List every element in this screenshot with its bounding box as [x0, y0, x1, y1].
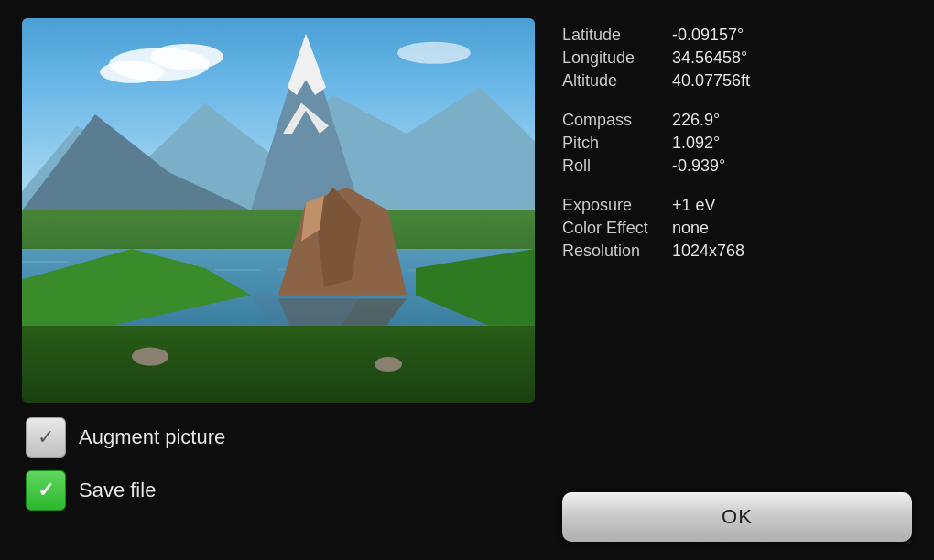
savefile-checkbox-box[interactable]: ✓: [26, 470, 66, 511]
metadata-row-color-effect: Color Effectnone: [562, 219, 912, 238]
augment-checkbox-box[interactable]: ✓: [26, 417, 66, 458]
ok-button[interactable]: OK: [562, 492, 912, 542]
savefile-checkbox-label: Save file: [79, 479, 156, 502]
metadata-row-altitude: Altitude40.07756ft: [562, 71, 912, 91]
metadata-label: Roll: [562, 156, 663, 176]
photo-frame: [22, 18, 535, 403]
metadata-value: 1024x768: [663, 242, 912, 261]
metadata-label: Color Effect: [562, 219, 663, 238]
metadata-value: 34.56458°: [663, 48, 912, 68]
right-panel: Latitude-0.09157°Longitude34.56458°Altit…: [562, 18, 912, 542]
metadata-group-orientation: Compass226.9°Pitch1.092°Roll-0.939°: [562, 111, 912, 179]
savefile-checkbox-item[interactable]: ✓ Save file: [26, 470, 535, 511]
checkboxes-row: ✓ Augment picture ✓ Save file: [22, 417, 535, 511]
metadata-value: 40.07756ft: [663, 71, 912, 91]
metadata-value: 226.9°: [663, 111, 912, 130]
metadata-group-camera: Exposure+1 eVColor EffectnoneResolution1…: [562, 196, 912, 264]
metadata-row-longitude: Longitude34.56458°: [562, 48, 912, 68]
metadata-label: Altitude: [562, 71, 663, 91]
metadata-row-resolution: Resolution1024x768: [562, 242, 912, 261]
metadata-label: Longitude: [562, 48, 663, 68]
metadata-value: none: [663, 219, 912, 238]
metadata-row-compass: Compass226.9°: [562, 111, 912, 130]
metadata-value: 1.092°: [663, 134, 912, 153]
photo-canvas: [22, 18, 535, 403]
augment-checkbox-label: Augment picture: [79, 425, 225, 449]
augment-checkmark-icon: ✓: [38, 427, 54, 447]
metadata-label: Resolution: [562, 242, 663, 261]
metadata-section: Latitude-0.09157°Longitude34.56458°Altit…: [562, 26, 912, 281]
augment-checkbox-item[interactable]: ✓ Augment picture: [26, 417, 535, 458]
metadata-label: Pitch: [562, 134, 663, 153]
main-container: ✓ Augment picture ✓ Save file Latitude-0…: [0, 0, 934, 560]
metadata-row-exposure: Exposure+1 eV: [562, 196, 912, 215]
metadata-row-latitude: Latitude-0.09157°: [562, 26, 912, 45]
metadata-row-roll: Roll-0.939°: [562, 156, 912, 176]
metadata-label: Exposure: [562, 196, 663, 215]
metadata-label: Compass: [562, 111, 663, 130]
metadata-label: Latitude: [562, 26, 663, 45]
metadata-group-gps: Latitude-0.09157°Longitude34.56458°Altit…: [562, 26, 912, 94]
metadata-row-pitch: Pitch1.092°: [562, 134, 912, 153]
metadata-value: -0.09157°: [663, 26, 912, 45]
metadata-value: -0.939°: [663, 156, 912, 176]
savefile-checkmark-icon: ✓: [38, 480, 54, 501]
metadata-value: +1 eV: [663, 196, 912, 215]
left-panel: ✓ Augment picture ✓ Save file: [22, 18, 535, 542]
